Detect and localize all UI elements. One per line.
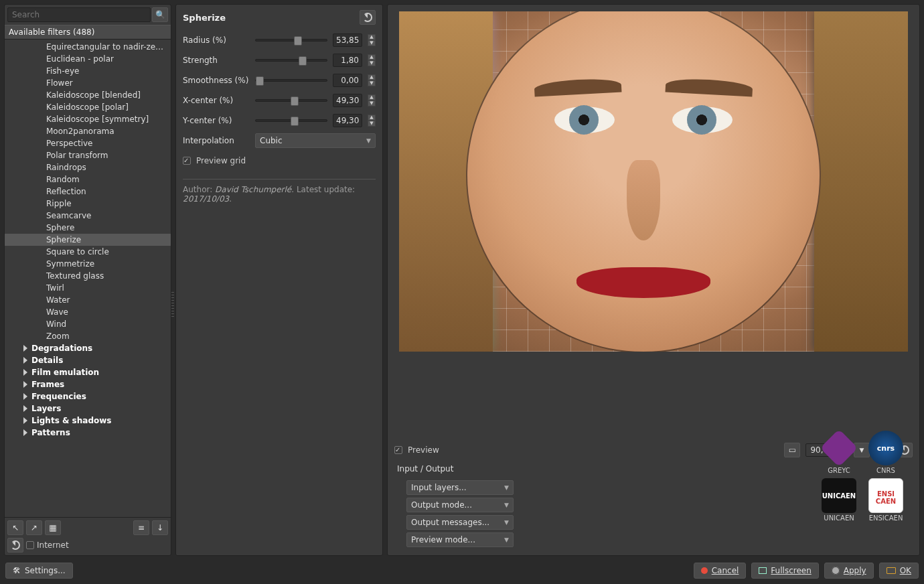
filter-item[interactable]: Sphere [5,222,171,234]
filter-item[interactable]: Water [5,294,171,306]
spin-up-button[interactable]: ▲ [368,94,376,100]
filter-item[interactable]: Square to circle [5,246,171,258]
preview-grid-label: Preview grid [196,156,246,165]
filter-category[interactable]: Frequencies [5,390,171,403]
filter-title: Spherize [183,13,226,23]
filter-item[interactable]: Euclidean - polar [5,53,171,65]
spin-up-button[interactable]: ▲ [368,34,376,40]
param-value-input[interactable] [333,33,362,47]
io-dropdown[interactable]: Output messages...▼ [406,515,514,530]
slider-knob[interactable] [291,117,299,126]
spin-up-button[interactable]: ▲ [368,115,376,121]
io-dropdown[interactable]: Output mode...▼ [406,498,514,512]
param-slider[interactable] [255,99,327,102]
remove-fav-button[interactable]: ↗ [26,520,42,535]
refresh-filters-button[interactable] [7,538,23,553]
filter-category[interactable]: Lights & shadows [5,415,171,427]
param-slider[interactable] [255,119,327,122]
add-fav-button[interactable]: ↖ [7,520,23,535]
spin-down-button[interactable]: ▼ [368,121,376,127]
record-icon [701,567,708,574]
param-value-input[interactable] [333,74,362,87]
filter-item[interactable]: Polar transform [5,149,171,161]
slider-knob[interactable] [299,56,307,66]
collapse-button[interactable]: ≡ [133,520,149,535]
filter-item[interactable]: Textured glass [5,270,171,282]
filter-item[interactable]: Raindrops [5,161,171,173]
search-input[interactable] [7,7,151,22]
param-value-input[interactable] [333,54,362,67]
fullscreen-icon [759,567,767,574]
spin-down-button[interactable]: ▼ [368,100,376,106]
param-slider[interactable] [255,79,327,82]
param-slider[interactable] [255,39,327,42]
preview-area[interactable] [392,9,915,439]
filter-item[interactable]: Flower [5,77,171,89]
search-button[interactable]: 🔍 [152,7,168,22]
param-label: Y-center (%) [183,116,250,125]
apply-button[interactable]: Apply [824,563,874,579]
filter-item[interactable]: Perspective [5,137,171,149]
slider-knob[interactable] [256,76,264,86]
author-info: Author: David Tschumperlé. Latest update… [183,185,376,204]
filter-item[interactable]: Moon2panorama [5,125,171,137]
tags-button[interactable]: ▦ [45,520,61,535]
filter-category[interactable]: Layers [5,403,171,415]
param-value-input[interactable] [333,94,362,107]
internet-checkbox[interactable] [26,541,34,549]
filter-item[interactable]: Seamcarve [5,210,171,222]
monitor-icon [887,567,896,574]
chevron-down-icon: ▼ [504,502,509,508]
interpolation-dropdown[interactable]: Cubic ▼ [255,133,376,148]
preview-checkbox[interactable] [394,446,402,454]
spin-down-button[interactable]: ▼ [368,80,376,86]
io-dropdown[interactable]: Input layers...▼ [406,480,514,495]
filters-header[interactable]: Available filters (488) [5,25,171,40]
filter-item[interactable]: Zoom [5,330,171,342]
settings-button[interactable]: 🛠Settings... [5,563,73,579]
spin-up-button[interactable]: ▲ [368,54,376,60]
io-dropdown[interactable]: Preview mode...▼ [406,532,514,547]
spin-up-button[interactable]: ▲ [368,74,376,80]
slider-knob[interactable] [294,36,302,46]
filter-item[interactable]: Wave [5,306,171,318]
filter-item[interactable]: Kaleidoscope [blended] [5,89,171,101]
filter-item[interactable]: Fish-eye [5,65,171,77]
preview-grid-checkbox[interactable] [183,157,191,165]
filter-category[interactable]: Patterns [5,427,171,439]
filter-item[interactable]: Twirl [5,282,171,294]
io-dropdown-label: Preview mode... [411,535,475,544]
filter-item[interactable]: Ripple [5,198,171,210]
fullscreen-button[interactable]: Fullscreen [751,563,818,579]
ok-button[interactable]: OK [879,563,919,579]
filter-item[interactable]: Spherize [5,234,171,246]
unicaen-logo-label: UNICAEN [824,514,854,522]
interpolation-label: Interpolation [183,136,250,145]
param-value-input[interactable] [333,114,362,127]
filter-item[interactable]: Reflection [5,186,171,198]
filter-item[interactable]: Wind [5,318,171,330]
spin-down-button[interactable]: ▼ [368,40,376,46]
spin-down-button[interactable]: ▼ [368,60,376,66]
preview-image[interactable] [399,11,908,352]
greyc-logo-label: GREYC [828,467,850,474]
zoom-fit-button[interactable]: ▭ [784,443,800,457]
filter-category[interactable]: Frames [5,378,171,390]
filter-item[interactable]: Symmetrize [5,258,171,270]
expand-down-button[interactable]: ↓ [152,520,168,535]
filter-item[interactable]: Kaleidoscope [symmetry] [5,113,171,125]
filter-item[interactable]: Equirectangular to nadir-zenith [5,41,171,53]
reset-params-button[interactable] [360,10,376,25]
refresh-icon [11,540,20,550]
filter-category[interactable]: Degradations [5,342,171,354]
filter-item[interactable]: Kaleidoscope [polar] [5,101,171,113]
interpolation-value: Cubic [260,136,283,145]
panel-resize-grip[interactable] [171,292,174,319]
slider-knob[interactable] [291,96,299,106]
filter-tree[interactable]: Equirectangular to nadir-zenithEuclidean… [5,40,171,517]
cancel-button[interactable]: Cancel [694,563,747,579]
param-slider[interactable] [255,59,327,62]
filter-category[interactable]: Details [5,354,171,366]
filter-category[interactable]: Film emulation [5,366,171,378]
filter-item[interactable]: Random [5,173,171,186]
